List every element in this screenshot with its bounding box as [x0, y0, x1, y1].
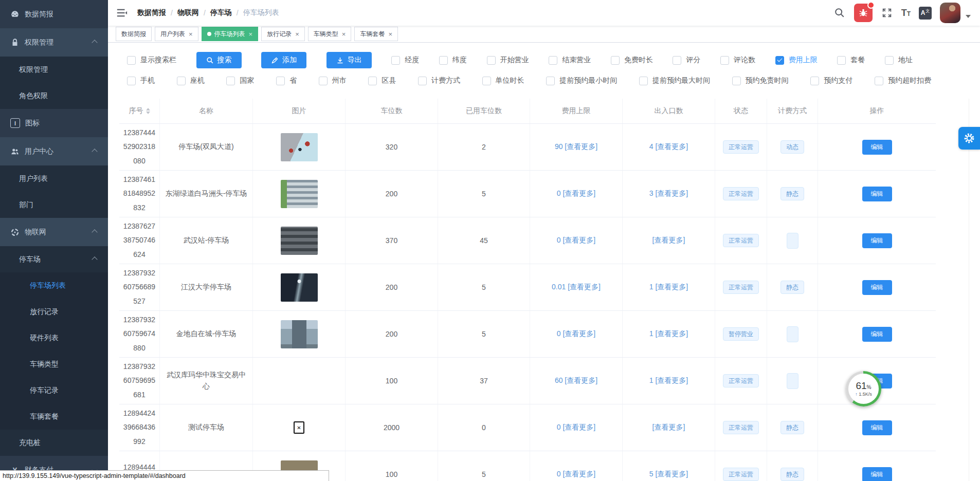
filter-checkbox[interactable]: 地址: [885, 55, 913, 65]
tab-close-icon[interactable]: ×: [249, 31, 253, 38]
fee-cap-link[interactable]: 0 [查看更多]: [557, 236, 595, 245]
used-spots: 5: [482, 283, 486, 291]
tab[interactable]: 数据简报: [116, 27, 152, 41]
filter-checkbox[interactable]: 预约超时扣费: [875, 76, 931, 85]
gates-link[interactable]: 1 [查看更多]: [649, 376, 688, 385]
error-log-bug-icon[interactable]: [854, 4, 873, 22]
tab[interactable]: 停车场列表 ×: [202, 27, 259, 41]
download-progress-circle[interactable]: 61% ↑ 1.5K/s: [846, 371, 881, 406]
fee-cap-link[interactable]: 0 [查看更多]: [557, 329, 595, 339]
chevron-up-icon: [92, 149, 97, 154]
sidebar-item-icons[interactable]: I 图标: [0, 109, 108, 137]
sidebar-item-role-permissions[interactable]: 角色权限: [0, 83, 108, 109]
edit-button[interactable]: 编辑: [862, 467, 892, 481]
filter-checkbox[interactable]: 评分: [673, 55, 700, 65]
tab[interactable]: 车辆套餐 ×: [354, 27, 398, 41]
tab-close-icon[interactable]: ×: [388, 31, 392, 38]
sidebar-item-user-center[interactable]: 用户中心: [0, 137, 108, 165]
filter-checkbox[interactable]: 预约免责时间: [732, 76, 789, 85]
search-icon[interactable]: [833, 7, 846, 19]
sidebar-item-iot[interactable]: 物联网: [0, 218, 108, 246]
sidebar-item-dashboard[interactable]: 数据简报: [0, 0, 108, 28]
filter-checkbox[interactable]: 单位时长: [482, 76, 524, 85]
fullscreen-icon[interactable]: [881, 7, 893, 19]
sidebar-item-parking-list[interactable]: 停车场列表: [0, 272, 108, 299]
tab-close-icon[interactable]: ×: [189, 31, 193, 38]
gates-link[interactable]: 5 [查看更多]: [649, 470, 688, 479]
filter-checkbox[interactable]: 手机: [127, 76, 155, 85]
gates-link[interactable]: 1 [查看更多]: [649, 329, 688, 339]
tab-close-icon[interactable]: ×: [295, 31, 299, 38]
sidebar-item-vehicle-types[interactable]: 车辆类型: [0, 351, 108, 377]
filter-checkbox[interactable]: 纬度: [439, 55, 467, 65]
sidebar-item-user-list[interactable]: 用户列表: [0, 165, 108, 192]
filter-checkbox[interactable]: 省: [276, 76, 297, 85]
user-avatar[interactable]: [940, 3, 960, 23]
edit-button[interactable]: 编辑: [862, 420, 892, 435]
gates-link[interactable]: [查看更多]: [652, 423, 685, 432]
edit-button[interactable]: 编辑: [862, 187, 892, 201]
photo-thumbnail[interactable]: [281, 180, 318, 208]
gates-link[interactable]: [查看更多]: [652, 236, 685, 245]
filter-checkbox[interactable]: 计费方式: [418, 76, 460, 85]
language-translate-icon[interactable]: A文: [919, 7, 932, 20]
sort-carets-icon[interactable]: [146, 108, 150, 114]
fee-cap-link[interactable]: 0 [查看更多]: [557, 470, 595, 479]
sidebar-item-charging-pile[interactable]: 充电桩: [0, 430, 108, 456]
edit-button[interactable]: 编辑: [862, 140, 892, 155]
filter-checkbox[interactable]: 经度: [391, 55, 419, 65]
export-button[interactable]: 导出: [326, 52, 372, 68]
filter-checkbox-show-search[interactable]: 显示搜索栏: [127, 55, 176, 65]
fee-cap-link[interactable]: 0 [查看更多]: [557, 189, 595, 198]
filter-checkbox[interactable]: 座机: [177, 76, 205, 85]
photo-thumbnail[interactable]: [281, 273, 318, 302]
filter-checkbox[interactable]: 套餐: [837, 55, 865, 65]
filter-checkbox[interactable]: 开始营业: [487, 55, 529, 65]
tab-close-icon[interactable]: ×: [342, 31, 346, 38]
gates-link[interactable]: 1 [查看更多]: [649, 283, 688, 292]
filter-checkbox[interactable]: 国家: [226, 76, 254, 85]
add-button[interactable]: 添加: [261, 52, 306, 68]
billing-badge: 动态: [781, 140, 804, 154]
sidebar-item-vehicle-packages[interactable]: 车辆套餐: [0, 403, 108, 430]
sidebar-item-parking-records[interactable]: 停车记录: [0, 377, 108, 403]
sidebar-item-permissions[interactable]: 权限管理: [0, 28, 108, 57]
sidebar-item-hardware-list[interactable]: 硬件列表: [0, 325, 108, 351]
filter-checkbox[interactable]: 区县: [368, 76, 396, 85]
photo-thumbnail[interactable]: [281, 320, 318, 348]
filter-checkbox[interactable]: 费用上限: [775, 55, 818, 65]
gates-link[interactable]: 4 [查看更多]: [649, 142, 688, 152]
fee-cap-link[interactable]: 90 [查看更多]: [555, 142, 597, 152]
tab[interactable]: 放行记录 ×: [261, 27, 305, 41]
avatar-caret-down-icon[interactable]: [966, 15, 971, 18]
tab[interactable]: 车辆类型 ×: [308, 27, 352, 41]
edit-button[interactable]: 编辑: [862, 233, 892, 248]
fee-cap-link[interactable]: 0 [查看更多]: [557, 423, 595, 432]
hamburger-icon[interactable]: [116, 7, 128, 19]
fee-cap-link[interactable]: 60 [查看更多]: [555, 376, 597, 385]
filter-checkbox[interactable]: 提前预约最大时间: [639, 76, 710, 85]
edit-button[interactable]: 编辑: [862, 280, 892, 295]
filter-checkbox[interactable]: 免费时长: [611, 55, 653, 65]
gates-link[interactable]: 3 [查看更多]: [649, 189, 688, 198]
breadcrumb-item[interactable]: 停车场: [210, 8, 232, 17]
filter-checkbox[interactable]: 提前预约最小时间: [546, 76, 617, 85]
filter-checkbox[interactable]: 预约支付: [810, 76, 852, 85]
sidebar-item-parking[interactable]: 停车场: [0, 246, 108, 272]
edit-button[interactable]: 编辑: [862, 327, 892, 342]
sidebar-item-permission-mgmt[interactable]: 权限管理: [0, 57, 108, 83]
sidebar-item-pass-records[interactable]: 放行记录: [0, 299, 108, 325]
filter-checkbox[interactable]: 评论数: [720, 55, 755, 65]
breadcrumb-item[interactable]: 数据简报: [137, 8, 166, 17]
settings-panel-handle[interactable]: [958, 127, 980, 150]
photo-thumbnail[interactable]: [281, 133, 318, 161]
filter-checkbox[interactable]: 州市: [319, 76, 347, 85]
sidebar-item-departments[interactable]: 部门: [0, 192, 108, 218]
fee-cap-link[interactable]: 0.01 [查看更多]: [552, 283, 601, 292]
filter-checkbox[interactable]: 结束营业: [549, 55, 591, 65]
text-size-icon[interactable]: TT: [901, 8, 911, 18]
photo-thumbnail[interactable]: [281, 227, 318, 255]
search-button[interactable]: 搜索: [196, 52, 242, 68]
breadcrumb-item[interactable]: 物联网: [177, 8, 199, 17]
tab[interactable]: 用户列表 ×: [155, 27, 198, 41]
